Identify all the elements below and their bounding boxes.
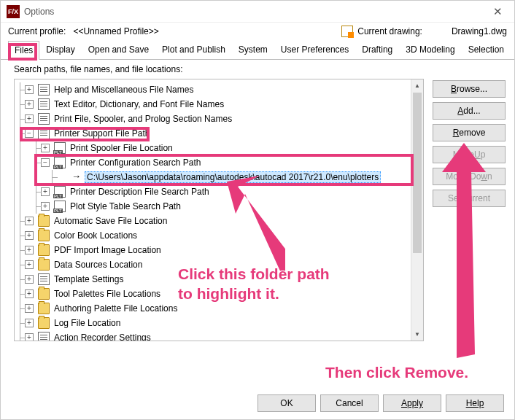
expand-icon[interactable]: + [25, 100, 34, 109]
plt-icon [54, 201, 66, 212]
folder-icon [38, 317, 50, 329]
tree-row[interactable]: −Printer Support File Path [16, 126, 422, 141]
tree-item-label[interactable]: Authoring Palette File Locations [53, 303, 179, 314]
annotation-text-3: Then click Remove. [325, 364, 468, 381]
tree-item-label[interactable]: Printer Description File Search Path [69, 187, 211, 197]
tree-item-label[interactable]: Printer Configuration Search Path [69, 158, 202, 168]
tree-item-label[interactable]: Log File Location [53, 318, 122, 328]
expand-icon[interactable]: + [25, 289, 34, 298]
folder-icon [38, 288, 50, 300]
tree-item-label[interactable]: Color Book Locations [53, 230, 139, 241]
doc-icon [38, 98, 50, 110]
tree-row[interactable]: +Help and Miscellaneous File Names [16, 82, 422, 97]
tree-row[interactable]: +Print File, Spooler, and Prolog Section… [16, 112, 422, 126]
collapse-icon[interactable]: − [25, 129, 34, 138]
apply-button[interactable]: Apply [383, 394, 441, 412]
expand-icon[interactable]: + [41, 144, 50, 152]
tree-item-label[interactable]: Template Settings [53, 274, 125, 284]
scroll-up-icon[interactable]: ▲ [411, 79, 423, 92]
tab-display[interactable]: Display [39, 40, 81, 59]
tree-leaf-conn [57, 173, 66, 182]
expand-icon[interactable]: + [25, 319, 34, 327]
plt-icon [54, 157, 66, 168]
scroll-down-icon[interactable]: ▼ [411, 328, 423, 341]
expand-icon[interactable]: + [25, 333, 34, 341]
tree-item-label[interactable]: Action Recorder Settings [53, 332, 152, 341]
titlebar: F/X Options ✕ [1, 1, 514, 23]
plt-icon [54, 186, 66, 198]
tree-item-label[interactable]: Automatic Save File Location [53, 216, 169, 226]
expand-icon[interactable]: + [41, 202, 50, 211]
remove-button[interactable]: Remove [433, 124, 506, 141]
tab-selection[interactable]: Selection [462, 40, 511, 59]
tab-plot-and-publish[interactable]: Plot and Publish [155, 40, 232, 59]
tree-item-label[interactable]: Data Sources Location [53, 260, 144, 270]
tree-item-label[interactable]: Help and Miscellaneous File Names [53, 85, 195, 95]
tree-row[interactable]: +Text Editor, Dictionary, and Font File … [16, 97, 422, 112]
tree-item-label[interactable]: Plot Style Table Search Path [69, 201, 182, 211]
expand-icon[interactable]: + [25, 260, 34, 269]
annotation-arrow-right [435, 143, 493, 362]
help-label: Help [466, 398, 484, 408]
current-drawing-value: Drawing1.dwg [452, 26, 507, 36]
tree-item-label[interactable]: PDF Import Image Location [53, 245, 163, 255]
current-profile-value: <<Unnamed Profile>> [73, 26, 233, 36]
tree-row[interactable]: +Authoring Palette File Locations [16, 301, 422, 316]
tab-drafting[interactable]: Drafting [355, 40, 399, 59]
close-icon[interactable]: ✕ [487, 5, 508, 18]
tab-open-and-save[interactable]: Open and Save [82, 40, 155, 59]
ok-button[interactable]: OK [258, 394, 316, 412]
expand-icon[interactable]: + [25, 114, 34, 123]
expand-icon[interactable]: + [41, 187, 50, 196]
tab-files[interactable]: Files [8, 41, 39, 60]
tree-item-label[interactable]: Printer Support File Path [53, 128, 151, 139]
folder-icon [38, 215, 50, 227]
expand-icon[interactable]: + [25, 246, 34, 254]
expand-icon[interactable]: + [25, 231, 34, 240]
current-profile-label: Current profile: [8, 26, 66, 36]
tree-row[interactable]: −Printer Configuration Search Path [16, 155, 422, 170]
tab-3d-modeling[interactable]: 3D Modeling [399, 40, 461, 59]
expand-icon[interactable]: + [25, 85, 34, 94]
tree-item-label[interactable]: Print Spooler File Location [69, 143, 174, 153]
tab-user-preferences[interactable]: User Preferences [274, 40, 355, 59]
folder-icon [38, 259, 50, 271]
doc-icon [38, 332, 50, 341]
tab-profiles[interactable]: Profiles [511, 40, 515, 59]
doc-icon [38, 113, 50, 125]
plt-icon [54, 142, 66, 154]
tab-system[interactable]: System [232, 40, 274, 59]
arrow-icon [70, 171, 82, 183]
profile-row: Current profile: <<Unnamed Profile>> Cur… [1, 23, 514, 40]
tree-row[interactable]: +Print Spooler File Location [16, 141, 422, 155]
tree-row[interactable]: +Tool Palettes File Locations [16, 287, 422, 301]
folder-icon [38, 303, 50, 314]
tree-item-label[interactable]: Text Editor, Dictionary, and Font File N… [53, 99, 225, 109]
doc-icon [38, 273, 50, 285]
scroll-thumb[interactable] [413, 93, 422, 253]
app-icon: F/X [7, 5, 20, 18]
expand-icon[interactable]: + [25, 217, 34, 225]
add-button[interactable]: Add... [433, 102, 506, 120]
section-label: Search paths, file names, and file locat… [1, 60, 514, 79]
collapse-icon[interactable]: − [41, 158, 50, 167]
scrollbar-vertical[interactable]: ▲ ▼ [411, 79, 423, 341]
options-dialog: F/X Options ✕ Current profile: <<Unnamed… [0, 0, 515, 420]
cancel-button[interactable]: Cancel [320, 394, 379, 412]
tree-item-label[interactable]: Tool Palettes File Locations [53, 289, 162, 299]
current-drawing-label: Current drawing: [357, 26, 422, 36]
svg-marker-1 [442, 143, 486, 358]
drawing-icon [341, 26, 353, 37]
window-title: Options [24, 7, 487, 17]
help-button[interactable]: Help [446, 394, 504, 412]
expand-icon[interactable]: + [25, 304, 34, 313]
expand-icon[interactable]: + [25, 275, 34, 284]
doc-icon [38, 128, 50, 139]
dialog-buttons: OK Cancel Apply Help [258, 394, 504, 412]
tree-row[interactable]: +Log File Location [16, 316, 422, 330]
svg-marker-0 [227, 176, 285, 274]
tree-row[interactable]: +Action Recorder Settings [16, 330, 422, 341]
browse-button[interactable]: Browse... [433, 80, 506, 98]
folder-icon [38, 230, 50, 241]
tree-item-label[interactable]: Print File, Spooler, and Prolog Section … [53, 114, 233, 124]
